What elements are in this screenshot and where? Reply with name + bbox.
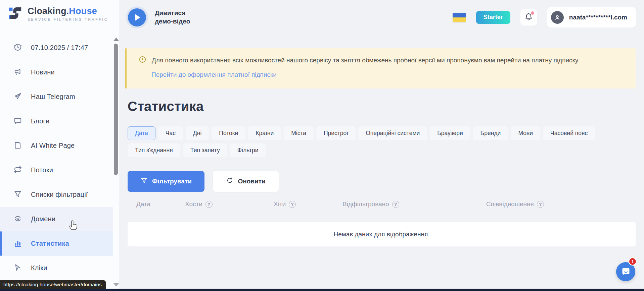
empty-state-card: Немає даних для відображення. [128,222,636,246]
brand-name: Cloaking.House [28,6,97,16]
help-icon[interactable]: ? [205,201,213,208]
filter-chip-group: Дата Час Дні Потоки Країни Міста Пристро… [128,126,636,157]
chip-date[interactable]: Дата [128,126,155,140]
sidebar-item-streams[interactable]: Потоки [0,158,113,182]
sidebar-item-clicks[interactable]: Кліки [0,256,113,280]
column-label: Хости [185,200,202,208]
filter-button[interactable]: Фільтрувати [128,171,204,192]
sidebar-item-label: Блоги [31,117,49,125]
sidebar-item-label: Списки фільтрації [31,191,88,198]
filter-button-label: Фільтрувати [152,178,192,185]
demo-video-label[interactable]: Дивитися демо-відео [155,9,198,25]
help-icon[interactable]: ? [537,201,544,208]
sidebar-item-label: Кліки [31,264,47,272]
cursor-icon [13,263,22,273]
sidebar-item-blogs[interactable]: Блоги [0,109,113,133]
chip-filters[interactable]: Фільтри [230,143,266,157]
scrollbar-up-arrow[interactable] [113,38,119,41]
sidebar-item-news[interactable]: Новини [0,60,113,84]
play-button[interactable] [128,8,146,26]
sidebar-item-label: Домени [31,215,55,223]
sidebar-item-label: Потоки [31,166,53,174]
sidebar-item-statistics[interactable]: Статистика [0,231,113,256]
plan-starter-button[interactable]: Starter [476,11,510,24]
chip-request-type[interactable]: Тип запиту [183,143,227,157]
banner-message: Для повного використання всіх можливосте… [152,56,580,65]
sidebar-item-filter-lists[interactable]: Списки фільтрації [0,182,113,207]
header: Дивитися демо-відео Starter [119,0,644,35]
help-icon[interactable]: ? [289,201,296,208]
refresh-icon [226,177,233,186]
column-label: Дата [136,200,150,208]
sidebar-item-label: Новини [31,68,55,76]
chat-unread-badge: 1 [629,257,637,266]
notification-dot [531,11,534,15]
logo-text: Cloaking.House SERVICE FILTERING TRAFFIC [28,6,108,21]
action-buttons: Фільтрувати Оновити [128,171,279,192]
chat-icon [621,266,631,278]
chip-time[interactable]: Час [158,126,183,140]
chip-devices[interactable]: Пристрої [316,126,356,140]
chip-languages[interactable]: Мови [511,126,540,140]
funnel-icon [13,190,22,200]
sidebar-item-datetime: 07.10.2025 / 17:47 [0,36,113,60]
chip-connection-type[interactable]: Тип з'єднання [128,143,180,157]
column-label: Співвідношення [486,200,534,208]
empty-state-text: Немає даних для відображення. [334,231,430,238]
clock-icon [13,43,22,53]
main-content: Для повного використання всіх можливосте… [119,35,644,291]
logo-tagline: SERVICE FILTERING TRAFFIC [28,17,108,21]
page-icon [13,141,22,151]
funnel-white-icon [140,177,148,186]
sidebar-item-domains[interactable]: w Домени [0,207,113,231]
window-bottom-edge [0,289,644,291]
page-title: Статистика [128,99,204,114]
column-label: Відфільтровано [342,200,389,208]
sidebar-item-telegram[interactable]: Наш Telegram [0,84,113,109]
column-header-hits: Хіти ? [274,200,342,208]
scrollbar-thumb[interactable] [114,44,118,175]
sidebar-item-ai-white-page[interactable]: AI White Page [0,133,113,158]
chip-cities[interactable]: Міста [284,126,314,140]
stats-table-header: Дата Хости ? Хіти ? Відфільтровано ? Спі… [128,200,636,208]
subscribe-link[interactable]: Перейти до оформлення платної підписки [151,71,277,78]
scrollbar-down-arrow[interactable] [113,283,119,287]
chip-countries[interactable]: Країни [248,126,281,140]
header-right: Starter naata**********l.com [453,0,636,35]
trial-warning-banner: Для повного використання всіх можливосте… [125,48,636,89]
chip-streams[interactable]: Потоки [212,126,245,140]
notifications-button[interactable] [520,9,537,25]
sidebar-item-label: Статистика [31,240,69,247]
chat-bubble-icon [13,116,22,126]
megaphone-icon [13,67,22,77]
column-header-filtered: Відфільтровано ? [342,200,486,208]
column-header-ratio: Співвідношення ? [486,200,636,208]
play-icon [135,14,140,21]
sidebar: Cloaking.House SERVICE FILTERING TRAFFIC… [0,0,119,291]
telegram-icon [13,92,22,102]
chip-browsers[interactable]: Браузери [430,126,470,140]
chip-days[interactable]: Дні [186,126,209,140]
app-screen: Cloaking.House SERVICE FILTERING TRAFFIC… [0,0,644,291]
sidebar-datetime-label: 07.10.2025 / 17:47 [31,44,88,52]
refresh-button-label: Оновити [238,178,265,185]
mouse-hand-cursor [68,219,79,232]
column-header-hosts: Хости ? [185,200,274,208]
language-flag-ukraine[interactable] [453,13,466,22]
refresh-button[interactable]: Оновити [213,171,279,192]
bar-chart-icon [13,239,22,249]
demo-video-group[interactable]: Дивитися демо-відео [128,8,198,26]
chip-timezone[interactable]: Часовий пояс [543,126,595,140]
user-account-button[interactable]: naata**********l.com [547,7,636,27]
column-header-date: Дата [128,200,185,208]
flag-yellow-stripe [453,17,466,22]
help-icon[interactable]: ? [392,201,399,208]
sidebar-nav: 07.10.2025 / 17:47 Новини Наш Telegram [0,36,113,280]
flag-blue-stripe [453,13,466,17]
user-email: naata**********l.com [569,14,627,21]
warning-icon [139,56,146,65]
sidebar-item-label: Наш Telegram [31,93,75,101]
chip-operating-systems[interactable]: Операційні системи [358,126,427,140]
logo[interactable]: Cloaking.House SERVICE FILTERING TRAFFIC [8,5,108,22]
chip-brands[interactable]: Бренди [473,126,508,140]
